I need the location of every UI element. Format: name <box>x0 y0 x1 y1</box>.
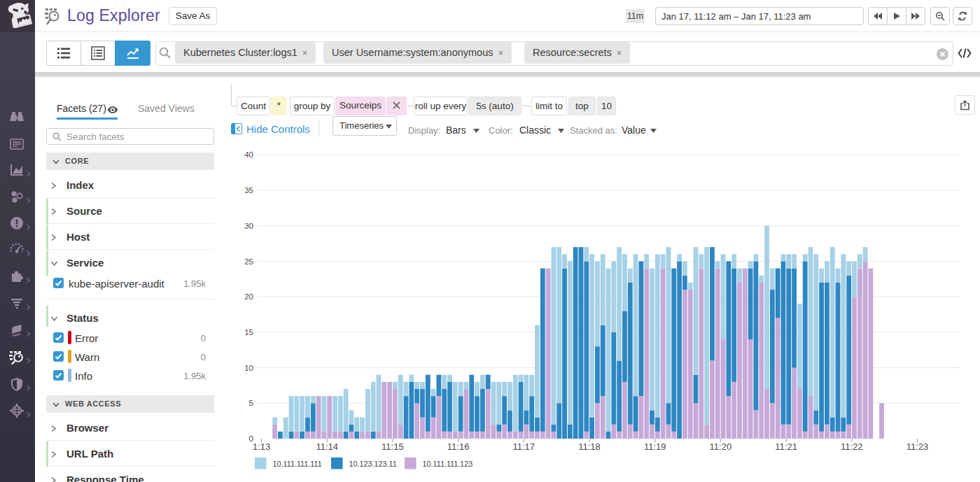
svg-text:35: 35 <box>244 186 253 194</box>
svg-text:10: 10 <box>244 364 253 372</box>
svg-text:11:21: 11:21 <box>775 441 797 452</box>
svg-text:10.111.111.111: 10.111.111.111 <box>273 460 322 468</box>
svg-text:15: 15 <box>244 328 253 336</box>
svg-text:5: 5 <box>249 399 253 407</box>
svg-text:10.123.123.11: 10.123.123.11 <box>349 460 397 468</box>
svg-text:11:18: 11:18 <box>578 441 601 452</box>
svg-text:40: 40 <box>244 150 253 159</box>
svg-text:11:14: 11:14 <box>316 441 338 452</box>
svg-text:11:22: 11:22 <box>841 441 863 452</box>
svg-text:11:16: 11:16 <box>447 441 470 452</box>
svg-text:11:17: 11:17 <box>513 441 536 452</box>
svg-text:11:23: 11:23 <box>906 441 929 452</box>
svg-text:11:15: 11:15 <box>382 441 404 452</box>
svg-text:11:20: 11:20 <box>710 441 732 452</box>
svg-text:25: 25 <box>244 257 253 266</box>
svg-text:20: 20 <box>244 292 253 301</box>
svg-text:11:19: 11:19 <box>644 441 666 452</box>
svg-text:30: 30 <box>244 222 253 230</box>
svg-text:10.111.111.123: 10.111.111.123 <box>423 460 473 468</box>
svg-text:1:13: 1:13 <box>253 441 270 452</box>
